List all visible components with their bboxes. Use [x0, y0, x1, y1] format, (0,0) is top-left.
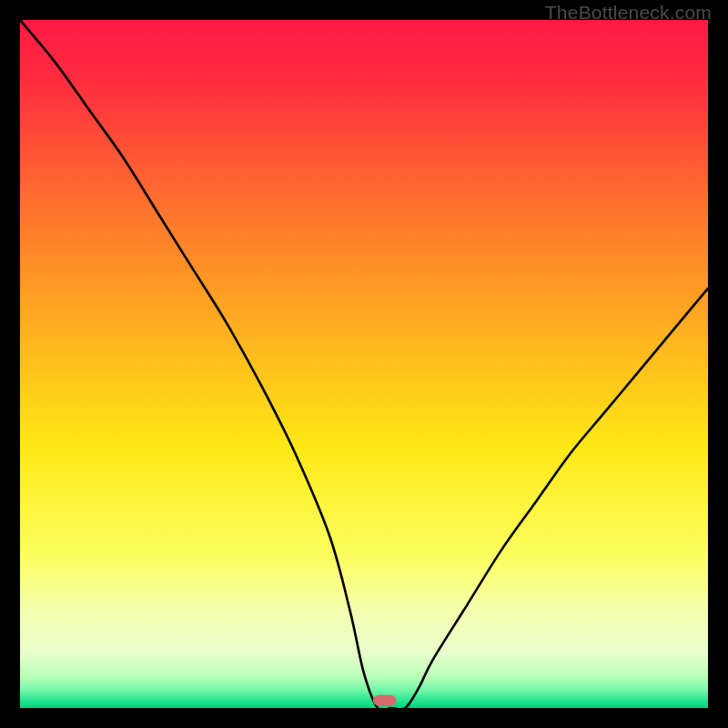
curve-layer: [20, 20, 708, 708]
watermark-text: TheBottleneck.com: [545, 2, 712, 24]
bottleneck-curve: [20, 20, 708, 708]
plot-area: [20, 20, 708, 708]
chart-frame: TheBottleneck.com: [0, 0, 728, 728]
optimal-marker: [373, 695, 397, 706]
